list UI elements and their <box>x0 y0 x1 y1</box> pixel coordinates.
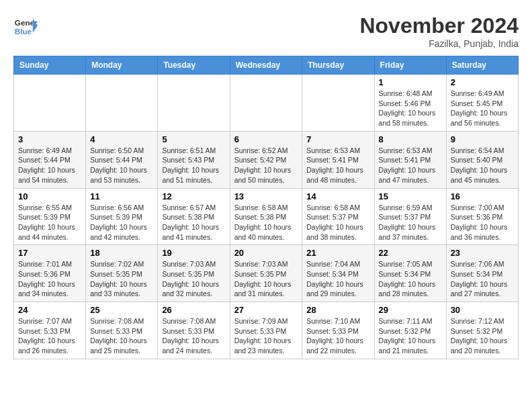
day-number: 3 <box>18 134 81 144</box>
calendar-cell <box>14 75 86 132</box>
calendar-cell: 24 Sunrise: 7:07 AM Sunset: 5:33 PM Dayl… <box>14 302 86 359</box>
day-number: 5 <box>162 134 225 144</box>
day-number: 11 <box>90 191 153 201</box>
calendar-cell: 8 Sunrise: 6:53 AM Sunset: 5:41 PM Dayli… <box>374 131 446 188</box>
day-number: 13 <box>234 191 298 201</box>
title-block: November 2024 Fazilka, Punjab, India <box>359 13 519 49</box>
day-number: 7 <box>306 134 369 144</box>
day-info: Sunrise: 7:07 AM Sunset: 5:33 PM Dayligh… <box>18 316 81 356</box>
weekday-header-friday: Friday <box>374 56 446 75</box>
day-info: Sunrise: 7:00 AM Sunset: 5:36 PM Dayligh… <box>451 203 514 242</box>
day-info: Sunrise: 6:54 AM Sunset: 5:40 PM Dayligh… <box>451 146 514 185</box>
day-number: 22 <box>379 248 442 258</box>
calendar-cell <box>86 75 158 132</box>
day-info: Sunrise: 7:08 AM Sunset: 5:33 PM Dayligh… <box>162 316 225 356</box>
calendar-cell: 23 Sunrise: 7:06 AM Sunset: 5:34 PM Dayl… <box>446 245 518 302</box>
day-number: 17 <box>18 248 81 258</box>
day-number: 6 <box>234 134 298 144</box>
day-info: Sunrise: 6:57 AM Sunset: 5:38 PM Dayligh… <box>162 203 225 242</box>
day-number: 8 <box>379 134 442 144</box>
day-info: Sunrise: 6:51 AM Sunset: 5:43 PM Dayligh… <box>162 146 225 185</box>
weekday-header-monday: Monday <box>86 56 158 75</box>
calendar-cell: 27 Sunrise: 7:09 AM Sunset: 5:33 PM Dayl… <box>230 302 302 359</box>
day-number: 25 <box>90 305 153 315</box>
calendar-cell: 17 Sunrise: 7:01 AM Sunset: 5:36 PM Dayl… <box>14 245 86 302</box>
location: Fazilka, Punjab, India <box>359 38 519 49</box>
calendar-cell <box>158 75 230 132</box>
page-header: General Blue November 2024 Fazilka, Punj… <box>13 13 519 49</box>
day-info: Sunrise: 6:50 AM Sunset: 5:44 PM Dayligh… <box>90 146 153 185</box>
calendar-cell: 3 Sunrise: 6:49 AM Sunset: 5:44 PM Dayli… <box>14 131 86 188</box>
calendar-cell: 11 Sunrise: 6:56 AM Sunset: 5:39 PM Dayl… <box>86 188 158 245</box>
calendar-cell: 5 Sunrise: 6:51 AM Sunset: 5:43 PM Dayli… <box>158 131 230 188</box>
day-info: Sunrise: 6:59 AM Sunset: 5:37 PM Dayligh… <box>379 203 442 242</box>
day-info: Sunrise: 6:56 AM Sunset: 5:39 PM Dayligh… <box>90 203 153 242</box>
calendar-cell: 28 Sunrise: 7:10 AM Sunset: 5:33 PM Dayl… <box>302 302 374 359</box>
logo: General Blue <box>13 13 38 38</box>
day-info: Sunrise: 7:12 AM Sunset: 5:32 PM Dayligh… <box>451 316 514 356</box>
week-row-4: 17 Sunrise: 7:01 AM Sunset: 5:36 PM Dayl… <box>14 245 519 302</box>
day-info: Sunrise: 7:05 AM Sunset: 5:34 PM Dayligh… <box>379 259 442 299</box>
day-info: Sunrise: 6:53 AM Sunset: 5:41 PM Dayligh… <box>306 146 369 185</box>
month-title: November 2024 <box>359 13 519 38</box>
day-number: 16 <box>451 191 514 201</box>
calendar-cell: 7 Sunrise: 6:53 AM Sunset: 5:41 PM Dayli… <box>302 131 374 188</box>
calendar-cell: 12 Sunrise: 6:57 AM Sunset: 5:38 PM Dayl… <box>158 188 230 245</box>
week-row-1: 1 Sunrise: 6:48 AM Sunset: 5:46 PM Dayli… <box>14 75 519 132</box>
day-number: 27 <box>234 305 298 315</box>
day-info: Sunrise: 7:03 AM Sunset: 5:35 PM Dayligh… <box>234 259 298 299</box>
day-info: Sunrise: 6:49 AM Sunset: 5:45 PM Dayligh… <box>451 89 514 128</box>
day-number: 14 <box>306 191 369 201</box>
weekday-header-row: SundayMondayTuesdayWednesdayThursdayFrid… <box>14 56 519 75</box>
day-info: Sunrise: 7:02 AM Sunset: 5:35 PM Dayligh… <box>90 259 153 299</box>
day-number: 2 <box>451 77 514 87</box>
calendar-cell <box>230 75 302 132</box>
calendar-cell: 2 Sunrise: 6:49 AM Sunset: 5:45 PM Dayli… <box>446 75 518 132</box>
day-number: 23 <box>451 248 514 258</box>
day-number: 10 <box>18 191 81 201</box>
day-info: Sunrise: 6:58 AM Sunset: 5:37 PM Dayligh… <box>306 203 369 242</box>
day-info: Sunrise: 6:48 AM Sunset: 5:46 PM Dayligh… <box>379 89 442 128</box>
day-info: Sunrise: 7:04 AM Sunset: 5:34 PM Dayligh… <box>306 259 369 299</box>
day-number: 15 <box>379 191 442 201</box>
logo-icon: General Blue <box>13 13 38 38</box>
week-row-5: 24 Sunrise: 7:07 AM Sunset: 5:33 PM Dayl… <box>14 302 519 359</box>
day-number: 26 <box>162 305 225 315</box>
day-number: 21 <box>306 248 369 258</box>
day-number: 28 <box>306 305 369 315</box>
calendar-cell: 25 Sunrise: 7:08 AM Sunset: 5:33 PM Dayl… <box>86 302 158 359</box>
calendar-cell <box>302 75 374 132</box>
day-info: Sunrise: 7:03 AM Sunset: 5:35 PM Dayligh… <box>162 259 225 299</box>
calendar-cell: 16 Sunrise: 7:00 AM Sunset: 5:36 PM Dayl… <box>446 188 518 245</box>
day-info: Sunrise: 6:52 AM Sunset: 5:42 PM Dayligh… <box>234 146 298 185</box>
calendar-cell: 21 Sunrise: 7:04 AM Sunset: 5:34 PM Dayl… <box>302 245 374 302</box>
weekday-header-tuesday: Tuesday <box>158 56 230 75</box>
day-info: Sunrise: 6:53 AM Sunset: 5:41 PM Dayligh… <box>379 146 442 185</box>
calendar-cell: 30 Sunrise: 7:12 AM Sunset: 5:32 PM Dayl… <box>446 302 518 359</box>
day-info: Sunrise: 7:06 AM Sunset: 5:34 PM Dayligh… <box>451 259 514 299</box>
weekday-header-saturday: Saturday <box>446 56 518 75</box>
calendar-cell: 9 Sunrise: 6:54 AM Sunset: 5:40 PM Dayli… <box>446 131 518 188</box>
week-row-2: 3 Sunrise: 6:49 AM Sunset: 5:44 PM Dayli… <box>14 131 519 188</box>
weekday-header-sunday: Sunday <box>14 56 86 75</box>
calendar-cell: 6 Sunrise: 6:52 AM Sunset: 5:42 PM Dayli… <box>230 131 302 188</box>
calendar-cell: 22 Sunrise: 7:05 AM Sunset: 5:34 PM Dayl… <box>374 245 446 302</box>
calendar-cell: 10 Sunrise: 6:55 AM Sunset: 5:39 PM Dayl… <box>14 188 86 245</box>
day-number: 24 <box>18 305 81 315</box>
svg-text:Blue: Blue <box>15 27 32 36</box>
weekday-header-wednesday: Wednesday <box>230 56 302 75</box>
calendar-cell: 20 Sunrise: 7:03 AM Sunset: 5:35 PM Dayl… <box>230 245 302 302</box>
calendar-cell: 1 Sunrise: 6:48 AM Sunset: 5:46 PM Dayli… <box>374 75 446 132</box>
calendar-cell: 19 Sunrise: 7:03 AM Sunset: 5:35 PM Dayl… <box>158 245 230 302</box>
calendar-cell: 13 Sunrise: 6:58 AM Sunset: 5:38 PM Dayl… <box>230 188 302 245</box>
day-number: 29 <box>379 305 442 315</box>
day-info: Sunrise: 7:09 AM Sunset: 5:33 PM Dayligh… <box>234 316 298 356</box>
calendar-table: SundayMondayTuesdayWednesdayThursdayFrid… <box>13 56 519 359</box>
calendar-cell: 29 Sunrise: 7:11 AM Sunset: 5:32 PM Dayl… <box>374 302 446 359</box>
day-number: 4 <box>90 134 153 144</box>
day-number: 30 <box>451 305 514 315</box>
day-number: 20 <box>234 248 298 258</box>
day-info: Sunrise: 7:11 AM Sunset: 5:32 PM Dayligh… <box>379 316 442 356</box>
day-number: 18 <box>90 248 153 258</box>
day-info: Sunrise: 7:08 AM Sunset: 5:33 PM Dayligh… <box>90 316 153 356</box>
